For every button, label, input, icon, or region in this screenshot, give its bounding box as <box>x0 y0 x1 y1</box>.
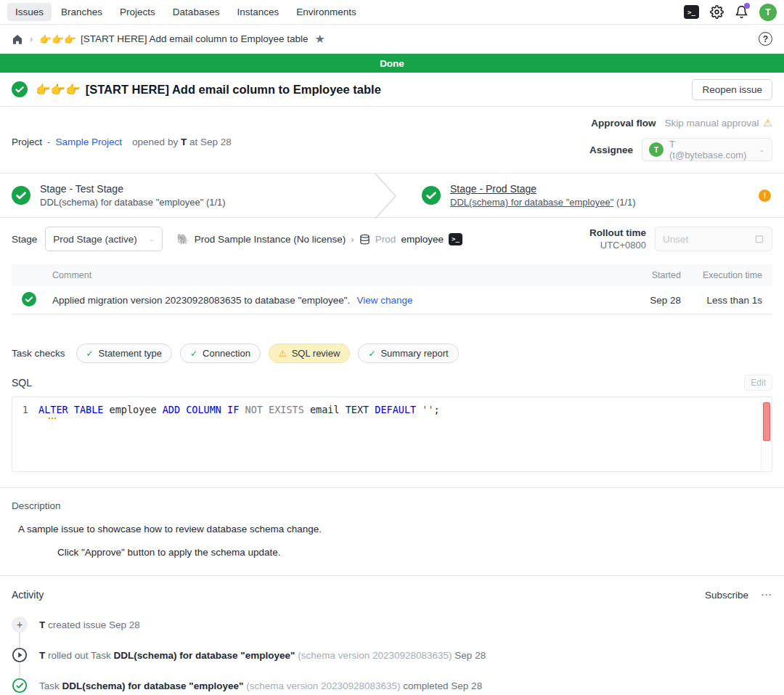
sql-statement: ALTER TABLE employee ADD COLUMN IF NOT E… <box>38 404 440 415</box>
nav-tab-databases[interactable]: Databases <box>165 3 228 21</box>
stage-toolbar: Stage Prod Stage (active) ⌄ 🐘 Prod Sampl… <box>0 218 784 257</box>
calendar-icon <box>754 234 764 244</box>
breadcrumb: › 👉👉👉 [START HERE] Add email column to E… <box>0 25 784 54</box>
status-banner-label: Done <box>380 58 404 69</box>
status-banner: Done <box>0 54 784 73</box>
stage-done-check-icon <box>12 186 30 205</box>
subscribe-button[interactable]: Subscribe <box>705 590 748 601</box>
task-checks-label: Task checks <box>12 348 65 359</box>
activity-item: Task DDL(schema) for database "employee"… <box>12 678 772 694</box>
assignee-avatar: T <box>649 142 663 157</box>
stage-warning-badge[interactable]: ! <box>759 190 771 202</box>
activity-header: Activity Subscribe ⋯ <box>12 588 772 601</box>
assignee-label: Assignee <box>589 145 633 155</box>
check-circle-icon <box>12 678 28 694</box>
task-check-summary-report[interactable]: ✓ ⚠ Summary report <box>358 344 458 363</box>
task-check-connection[interactable]: ✓ ⚠ Connection <box>180 344 261 363</box>
assignee-value: T (t@bytebase.com) <box>669 139 753 160</box>
sql-code-line: 1 ALTER TABLE employee ADD COLUMN IF NOT… <box>12 397 772 415</box>
task-check-sql-review[interactable]: ✓ ⚠ SQL review <box>269 344 350 363</box>
sql-header: SQL Edit <box>12 375 772 391</box>
pointer-emojis: 👉👉👉 <box>36 83 81 97</box>
assignee-row: Assignee T T (t@bytebase.com) ⌄ <box>589 138 772 161</box>
sql-label: SQL <box>12 377 32 389</box>
column-header-comment: Comment <box>52 270 630 280</box>
rollout-timezone: UTC+0800 <box>589 240 646 251</box>
column-header-execution-time: Execution time <box>681 270 762 280</box>
instance-name[interactable]: Prod Sample Instance (No license) <box>195 234 346 245</box>
task-checks: Task checks ✓ ⚠ Statement type ✓ ⚠ Conne… <box>0 344 784 363</box>
project-link[interactable]: Sample Project <box>56 137 123 147</box>
issue-title: 👉👉👉 [START HERE] Add email column to Emp… <box>36 83 381 97</box>
stage-select[interactable]: Prod Stage (active) ⌄ <box>45 227 163 251</box>
description-section: Description A sample issue to showcase h… <box>0 488 784 575</box>
assignee-select[interactable]: T T (t@bytebase.com) ⌄ <box>642 138 772 161</box>
nav-tab-projects[interactable]: Projects <box>112 3 163 21</box>
more-options-icon[interactable]: ⋯ <box>761 588 772 601</box>
stage-card-test[interactable]: Stage - Test Stage DDL(schema) for datab… <box>0 174 374 217</box>
stage-done-check-icon <box>422 186 441 205</box>
star-favorite-icon[interactable]: ★ <box>315 32 325 46</box>
project-dash: - <box>47 137 51 147</box>
navbar-actions: >_ T <box>684 4 777 21</box>
issue-title-row: 👉👉👉 [START HERE] Add email column to Emp… <box>0 73 784 107</box>
breadcrumb-issue-title[interactable]: 👉👉👉 [START HERE] Add email column to Emp… <box>39 33 308 45</box>
column-header-started: Started <box>630 270 681 280</box>
editor-scrollbar[interactable] <box>761 397 772 471</box>
activity-item: T rolled out Task DDL(schema) for databa… <box>12 647 772 663</box>
stage-subtitle: DDL(schema) for database "employee" (1/1… <box>450 197 636 208</box>
description-label: Description <box>12 500 772 511</box>
database-name[interactable]: employee <box>401 234 444 245</box>
task-run-table: Comment Started Execution time Applied m… <box>12 264 772 314</box>
postgres-icon: 🐘 <box>176 233 189 245</box>
activity-label: Activity <box>12 589 44 601</box>
task-run-started: Sep 28 <box>630 295 681 306</box>
sql-edit-button[interactable]: Edit <box>744 375 772 391</box>
task-success-check-icon <box>22 292 36 306</box>
stage-card-text: Stage - Test Stage DDL(schema) for datab… <box>40 183 226 208</box>
plus-icon: + <box>12 617 28 633</box>
stage-select-label: Stage <box>12 234 37 245</box>
chevron-right-icon: › <box>351 234 354 245</box>
notifications-bell-icon[interactable] <box>735 5 748 19</box>
nav-tab-branches[interactable]: Branches <box>53 3 110 21</box>
nav-tab-instances[interactable]: Instances <box>229 3 287 21</box>
approval-flow-label: Approval flow <box>591 118 656 129</box>
task-run-comment: Applied migration version 20230928083635… <box>52 295 350 306</box>
warning-triangle-icon[interactable]: ⚠ <box>763 117 772 129</box>
activity-actions: Subscribe ⋯ <box>705 588 772 601</box>
reopen-issue-button[interactable]: Reopen issue <box>692 79 772 100</box>
description-line: A sample issue to showcase how to review… <box>12 524 772 535</box>
stage-title: Stage - Prod Stage <box>450 183 636 195</box>
activity-section: Activity Subscribe ⋯ + T created issue S… <box>0 576 784 694</box>
chevron-down-icon: ⌄ <box>148 235 155 242</box>
rollout-time-labels: Rollout time UTC+0800 <box>589 227 646 251</box>
check-icon: ✓ <box>190 349 197 359</box>
sql-issue-marker <box>763 402 770 441</box>
project-label: Project <box>12 137 42 147</box>
stage-card-prod[interactable]: Stage - Prod Stage DDL(schema) for datab… <box>399 174 784 217</box>
project-info: Project - Sample Project opened by T at … <box>12 122 232 161</box>
view-change-link[interactable]: View change <box>356 295 412 306</box>
stage-separator-chevron <box>374 174 399 219</box>
play-circle-icon <box>12 647 28 663</box>
help-icon[interactable]: ? <box>759 32 772 46</box>
sql-warning-squiggle <box>49 418 56 419</box>
top-navbar: Issues Branches Projects Databases Insta… <box>0 0 784 25</box>
database-breadcrumb: 🐘 Prod Sample Instance (No license) › Pr… <box>176 233 462 245</box>
task-run-row[interactable]: Applied migration version 20230928083635… <box>12 286 772 314</box>
user-avatar[interactable]: T <box>759 4 777 21</box>
settings-gear-icon[interactable] <box>710 5 724 19</box>
warning-icon: ⚠ <box>279 349 287 359</box>
open-sql-editor-icon[interactable]: >_ <box>449 233 462 245</box>
nav-tab-environments[interactable]: Environments <box>288 3 364 21</box>
task-check-statement-type[interactable]: ✓ ⚠ Statement type <box>76 344 173 363</box>
rollout-time-input[interactable]: Unset <box>655 227 772 251</box>
breadcrumb-chevron-icon: › <box>30 33 33 44</box>
task-table-header: Comment Started Execution time <box>12 264 772 286</box>
home-icon[interactable] <box>12 33 23 45</box>
nav-tab-issues[interactable]: Issues <box>7 3 52 21</box>
sql-editor-terminal-icon[interactable]: >_ <box>684 5 699 19</box>
sql-editor[interactable]: 1 ALTER TABLE employee ADD COLUMN IF NOT… <box>12 397 772 472</box>
issue-meta: Project - Sample Project opened by T at … <box>0 107 784 173</box>
